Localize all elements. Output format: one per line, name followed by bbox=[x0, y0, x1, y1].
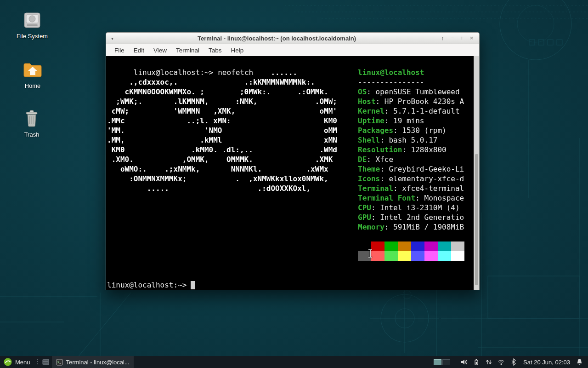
taskbar-window-button[interactable]: Terminal - linux@local... bbox=[51, 356, 134, 368]
palette-swatch bbox=[451, 242, 464, 251]
desktop-icon-file-system[interactable]: File System bbox=[8, 10, 56, 40]
workspace-pager bbox=[434, 359, 450, 365]
info-line-shell: Shell: bash 5.0.17 bbox=[358, 135, 464, 145]
info-line-de: DE: Xfce bbox=[358, 155, 464, 164]
current-prompt-line: linux@localhost:~> bbox=[107, 280, 195, 290]
window-menu-button[interactable]: ▾ bbox=[109, 36, 116, 41]
home-folder-icon bbox=[22, 60, 43, 80]
info-line-terminal: Terminal: xfce4-terminal bbox=[358, 184, 464, 193]
bluetooth-icon[interactable] bbox=[510, 358, 517, 366]
desktop-icon-label: Home bbox=[25, 82, 41, 89]
palette-swatch bbox=[398, 242, 411, 251]
info-line-resolution: Resolution: 588x368 bbox=[358, 145, 464, 155]
window-titlebar[interactable]: ▾ Terminal - linux@localhost:~ (on local… bbox=[106, 33, 479, 44]
info-line-gpu: GPU: Intel 2nd Generatio bbox=[358, 213, 464, 222]
notification-bell-icon bbox=[576, 358, 583, 366]
palette-swatch bbox=[371, 251, 384, 261]
info-line-theme: Theme: Greybird-Geeko-Li bbox=[358, 164, 464, 174]
wifi-icon[interactable] bbox=[498, 358, 505, 366]
info-line-os: OS: openSUSE Tumbleweed bbox=[358, 87, 464, 97]
info-line-host: Host: HP ProBook 4230s A bbox=[358, 97, 464, 106]
menu-item-help[interactable]: Help bbox=[226, 47, 249, 54]
shell-prompt: linux@localhost:~> bbox=[107, 280, 187, 290]
desktop-icon-label: Trash bbox=[24, 131, 40, 138]
palette-swatch bbox=[411, 242, 424, 251]
network-sync-icon[interactable] bbox=[485, 358, 492, 366]
menu-item-view[interactable]: View bbox=[149, 47, 171, 54]
window-title: Terminal - linux@localhost:~ (on localho… bbox=[116, 35, 438, 42]
workspace-1[interactable] bbox=[434, 359, 441, 365]
maximize-button[interactable]: + bbox=[457, 33, 467, 43]
menu-item-terminal[interactable]: Terminal bbox=[171, 47, 204, 54]
palette-swatch bbox=[424, 242, 438, 251]
palette-swatch bbox=[384, 242, 398, 251]
palette-swatch bbox=[424, 251, 438, 261]
info-line-kernel: Kernel: 5.7.1-1-default bbox=[358, 106, 464, 116]
terminal-app-icon bbox=[56, 359, 63, 366]
palette-swatch bbox=[438, 251, 451, 261]
taskbar-clock[interactable]: Sat 20 Jun, 02:03 bbox=[523, 359, 570, 366]
minimize-button[interactable]: − bbox=[447, 33, 457, 43]
palette-swatch bbox=[398, 251, 411, 261]
terminal-screen[interactable]: linux@localhost:~>neofetch ...... .,cdxx… bbox=[106, 56, 479, 290]
terminal-scrollbar[interactable] bbox=[474, 56, 479, 290]
info-line-icons: Icons: elementary-xfce-d bbox=[358, 174, 464, 184]
palette-swatch bbox=[384, 251, 398, 261]
shade-button[interactable]: ↑ bbox=[438, 33, 447, 43]
file-manager-icon[interactable] bbox=[42, 359, 49, 365]
info-line-packages: Packages: 1530 (rpm) bbox=[358, 126, 464, 135]
trash-icon bbox=[23, 109, 41, 129]
palette-swatch bbox=[411, 251, 424, 261]
palette-swatch bbox=[438, 242, 451, 251]
workspace-2[interactable] bbox=[442, 359, 450, 365]
applications-menu-button[interactable]: Menu bbox=[0, 356, 35, 368]
drive-icon bbox=[22, 10, 42, 30]
desktop-icon-label: File System bbox=[17, 33, 48, 40]
info-line-cpu: CPU: Intel i3-2310M (4) bbox=[358, 203, 464, 213]
system-tray bbox=[460, 358, 517, 366]
volume-icon[interactable] bbox=[460, 358, 468, 366]
palette-swatch bbox=[371, 242, 384, 251]
menu-item-file[interactable]: File bbox=[110, 47, 129, 54]
terminal-window: ▾ Terminal - linux@localhost:~ (on local… bbox=[106, 32, 480, 290]
neofetch-info: linux@localhost --------------- OS: open… bbox=[358, 68, 464, 232]
info-line-memory: Memory: 591MiB / 1908MiB bbox=[358, 222, 464, 232]
menu-item-tabs[interactable]: Tabs bbox=[204, 47, 226, 54]
palette-swatch bbox=[451, 251, 464, 261]
info-line-terminal-font: Terminal Font: Monospace bbox=[358, 193, 464, 203]
close-button[interactable]: × bbox=[467, 33, 476, 43]
panel-handle[interactable] bbox=[37, 359, 38, 365]
desktop-icon-home[interactable]: Home bbox=[9, 60, 57, 89]
terminal-color-palette bbox=[358, 242, 464, 261]
window-menubar: File Edit View Terminal Tabs Help bbox=[106, 44, 479, 57]
scrollbar-thumb[interactable] bbox=[475, 154, 478, 285]
palette-row-normal bbox=[358, 242, 464, 251]
notifications-button[interactable] bbox=[576, 358, 583, 366]
neofetch-title: linux@localhost bbox=[358, 68, 424, 77]
neofetch-ascii-logo: ...... .,cdxxxoc,. .:kKMMMNWMMMNk:. cKMM… bbox=[107, 68, 337, 193]
palette-row-bright bbox=[358, 251, 464, 261]
taskbar: Menu Terminal - linux@local... bbox=[0, 356, 588, 368]
opensuse-geeko-icon bbox=[4, 358, 12, 366]
info-line-uptime: Uptime: 19 mins bbox=[358, 116, 464, 126]
taskbar-window-label: Terminal - linux@local... bbox=[66, 359, 130, 366]
desktop-icon-trash[interactable]: Trash bbox=[8, 109, 56, 138]
mouse-cursor-ibeam bbox=[368, 249, 373, 258]
text-cursor-block bbox=[191, 281, 195, 289]
menu-item-edit[interactable]: Edit bbox=[129, 47, 149, 54]
battery-icon[interactable] bbox=[473, 358, 480, 366]
neofetch-underline: --------------- bbox=[358, 78, 424, 86]
menu-label: Menu bbox=[15, 359, 30, 366]
